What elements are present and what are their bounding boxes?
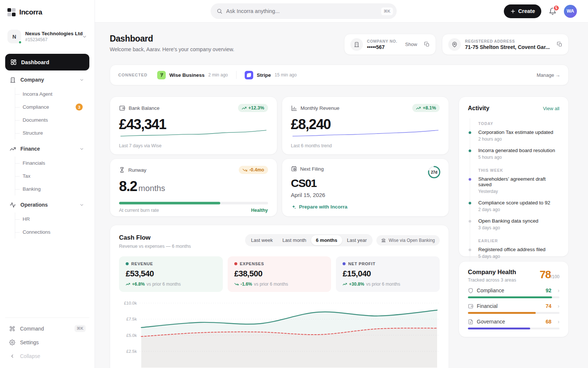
runway-progress: [119, 202, 268, 204]
chevron-right-icon: ›: [558, 288, 559, 293]
activity-dot: [469, 131, 471, 134]
notification-count-badge: 5: [553, 5, 559, 11]
runway-card: Runway -0.4mo 8.2months At current burn …: [110, 158, 277, 217]
trend-up-icon: [343, 282, 347, 286]
trending-up-icon: [10, 146, 16, 152]
health-row-financial[interactable]: Financial 74 ›: [468, 303, 559, 314]
bank-balance-card: Bank Balance +12.3% £43,341 Last 7 days …: [110, 96, 277, 155]
building-icon: [350, 38, 363, 51]
activity-item: Compliance score updated to 922 days ago: [470, 199, 559, 217]
health-row-compliance[interactable]: Compliance 92 ›: [468, 288, 559, 298]
chevron-down-icon: [79, 203, 84, 207]
copy-icon[interactable]: [557, 42, 562, 47]
search-icon: [217, 8, 222, 14]
revenue-summary-tile: REVENUE £53,540 +6.8%vs prior 6 months: [119, 256, 223, 292]
command-label: Command: [20, 326, 44, 332]
next-filing-card: Next Filing 27d CS01 April 15, 2026 Prep…: [282, 158, 449, 217]
create-button[interactable]: Create: [504, 4, 541, 18]
create-label: Create: [518, 8, 535, 14]
company-switcher[interactable]: N Nexus Technologies Ltd #15234567: [5, 27, 89, 46]
command-palette-button[interactable]: Command ⌘K: [5, 322, 89, 335]
company-avatar: N: [7, 30, 21, 43]
wallet-icon: [119, 105, 125, 111]
view-all-activity-link[interactable]: View all: [543, 106, 559, 111]
cash-flow-chart: £10.0k£7.5k£5.0k£2.5k: [119, 298, 440, 368]
dashboard-icon: [10, 59, 17, 65]
page-title: Dashboard: [110, 34, 234, 44]
sidebar-item-company[interactable]: Company: [5, 72, 89, 88]
filing-date: April 15, 2026: [291, 192, 440, 198]
connected-integrations-bar: CONNECTED Wise Business 2 min ago Stripe…: [110, 65, 569, 85]
stat-footnote: Last 7 days via Wise: [119, 143, 162, 148]
sidebar-item-documents[interactable]: Documents: [15, 114, 89, 126]
settings-button[interactable]: Settings: [5, 335, 89, 349]
show-company-no-button[interactable]: Show: [405, 42, 417, 47]
stat-label: Runway: [128, 167, 146, 173]
health-row-governance[interactable]: Governance 68 ›: [468, 319, 559, 329]
sidebar-item-label: Finance: [20, 146, 40, 152]
sidebar-item-structure[interactable]: Structure: [15, 126, 89, 139]
sidebar-item-operations[interactable]: Operations: [5, 197, 89, 213]
svg-text:£5.0k: £5.0k: [126, 333, 137, 338]
stat-footnote: Last 6 months trend: [291, 143, 332, 148]
sidebar-item-compliance[interactable]: Compliance3: [15, 101, 89, 114]
sidebar-item-finance[interactable]: Finance: [5, 141, 89, 157]
finance-subnav: Financials Tax Banking: [15, 157, 89, 196]
connected-label: CONNECTED: [118, 73, 148, 77]
cash-flow-title: Cash Flow: [119, 234, 191, 242]
chevron-left-icon: [9, 354, 16, 359]
divider: [236, 71, 237, 79]
svg-text:£2.5k: £2.5k: [126, 349, 137, 354]
notifications-button[interactable]: 5: [549, 7, 556, 15]
sidebar-item-label: Company: [20, 77, 44, 83]
health-title: Company Health: [468, 269, 516, 276]
search-input[interactable]: [226, 8, 377, 14]
sidebar-item-tax[interactable]: Tax: [15, 170, 89, 183]
manage-integrations-link[interactable]: Manage →: [536, 72, 560, 78]
tab-6-months[interactable]: 6 months: [311, 235, 342, 245]
tab-last-month[interactable]: Last month: [278, 235, 311, 245]
chevron-right-icon: ›: [558, 303, 559, 309]
user-avatar[interactable]: WA: [564, 5, 577, 18]
bank-balance-sparkline: [119, 128, 268, 138]
countdown-label: 27d: [427, 165, 441, 179]
document-icon: [468, 319, 473, 325]
revenue-dot: [126, 262, 129, 265]
sidebar-item-financials[interactable]: Financials: [15, 157, 89, 170]
integration-time: 2 min ago: [208, 72, 228, 78]
sidebar-item-hr[interactable]: HR: [15, 213, 89, 226]
tab-last-week[interactable]: Last week: [246, 235, 278, 245]
brand-name: Incorra: [19, 8, 42, 16]
sidebar-item-banking[interactable]: Banking: [15, 183, 89, 196]
sidebar-item-dashboard[interactable]: Dashboard: [5, 54, 89, 70]
activity-dot: [469, 202, 471, 204]
collapse-sidebar-button[interactable]: Collapse: [5, 349, 89, 363]
global-search[interactable]: ⌘K: [211, 3, 397, 19]
sidebar-item-incorra-agent[interactable]: Incorra Agent: [15, 88, 89, 101]
activity-item: Corporation Tax estimate updated2 hours …: [470, 129, 559, 147]
map-pin-icon: [448, 38, 461, 51]
net-profit-value: £15,040: [343, 269, 433, 279]
data-source-badge: Wise via Open Banking: [376, 235, 440, 246]
bank-icon: [381, 238, 386, 243]
chevron-right-icon: ›: [558, 319, 559, 325]
delta-badge: +12.3%: [238, 104, 268, 112]
expenses-dot: [234, 262, 237, 265]
stat-label: Bank Balance: [129, 105, 159, 111]
revenue-value: £53,540: [126, 269, 216, 279]
tab-last-year[interactable]: Last year: [342, 235, 371, 245]
runway-status: Healthy: [251, 208, 268, 213]
activity-item: Incorra generated board resolution5 hour…: [470, 147, 559, 165]
company-no-label: COMPANY NO.: [367, 39, 397, 43]
wallet-icon: [468, 303, 473, 309]
monthly-revenue-sparkline: [291, 128, 440, 138]
command-kbd: ⌘K: [75, 325, 86, 332]
sidebar-item-connections[interactable]: Connections: [15, 226, 89, 239]
copy-icon[interactable]: [424, 42, 430, 47]
prepare-with-incorra-link[interactable]: Prepare with Incorra: [291, 204, 440, 210]
calendar-icon: [291, 166, 297, 172]
activity-dot: [469, 178, 471, 181]
activity-dot: [469, 150, 471, 152]
cash-flow-card: Cash Flow Revenue vs expenses — 6 months…: [110, 225, 449, 368]
brand-logo: Incorra: [5, 8, 89, 16]
